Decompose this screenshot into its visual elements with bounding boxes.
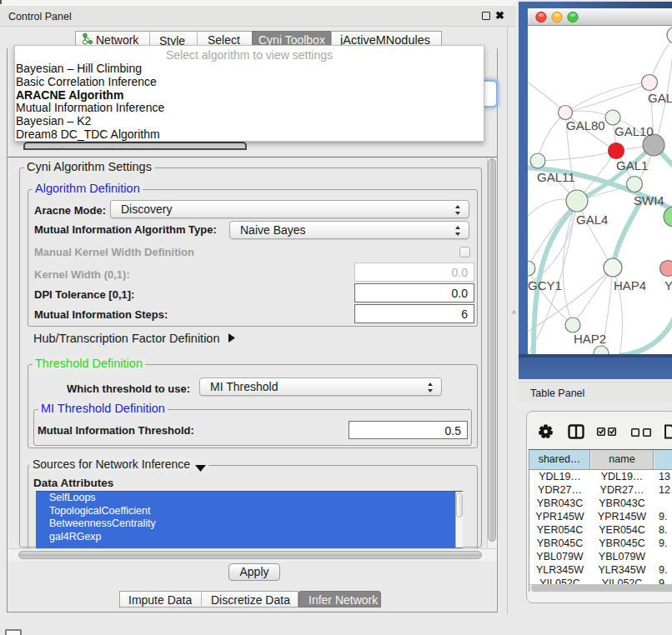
svg-text:HAP2: HAP2 <box>574 332 606 346</box>
svg-text:GCY1: GCY1 <box>528 278 562 292</box>
svg-text:GAL10: GAL10 <box>614 124 654 138</box>
svg-text:HAP4: HAP4 <box>614 278 646 292</box>
svg-text:GAL11: GAL11 <box>537 170 575 184</box>
svg-text:SWI4: SWI4 <box>634 193 664 208</box>
svg-text:YJL: YJL <box>664 278 672 292</box>
svg-text:GAL80: GAL80 <box>566 118 605 132</box>
svg-text:GAL1: GAL1 <box>616 158 648 172</box>
svg-text:GAL4: GAL4 <box>576 212 608 227</box>
svg-text:GAL7: GAL7 <box>648 91 672 105</box>
